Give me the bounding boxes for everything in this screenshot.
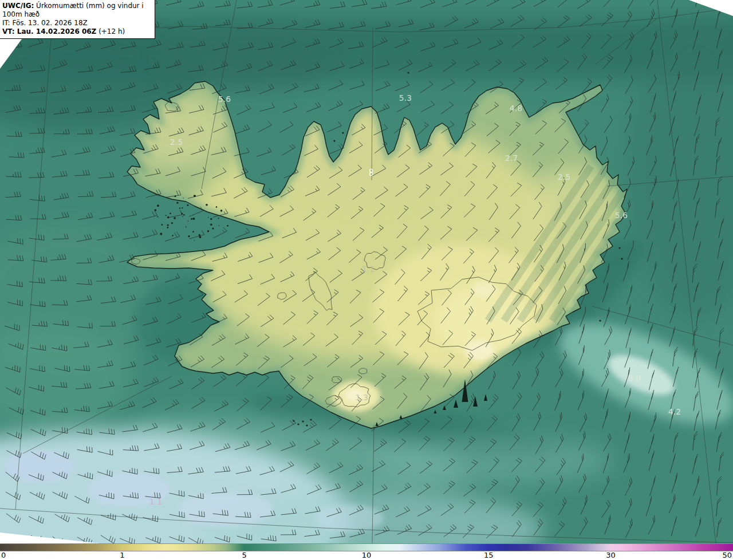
- colorbar-tick: 10: [362, 551, 372, 559]
- colorbar-tick: 0: [1, 551, 6, 559]
- precip-label: 1.1: [362, 265, 375, 274]
- map-area: 5.65.34.82.52.72.55.61.11.38.04.21.1: [0, 0, 733, 543]
- init-time-line: IT: Fös. 13. 02. 2026 18Z: [2, 19, 152, 27]
- precip-label: 4.2: [668, 407, 681, 416]
- weather-map-screen: 5.65.34.82.52.72.55.61.11.38.04.21.1 UWC…: [0, 0, 733, 560]
- valid-time: VT: Lau. 14.02.2026 06Z: [2, 27, 96, 36]
- precip-label: 2.5: [558, 172, 570, 182]
- precip-label: 2.7: [505, 153, 518, 163]
- precip-label: 4.8: [510, 104, 522, 113]
- colorbar-tick-labels: 01510153050: [0, 551, 733, 560]
- precip-label: 5.3: [399, 93, 412, 102]
- precip-label: 1.3: [356, 393, 368, 402]
- precipitation-wind-map: 5.65.34.82.52.72.55.61.11.38.04.21.1: [0, 0, 733, 543]
- colorbar-tick: 5: [242, 551, 246, 559]
- product-line: UWC/IG: Úrkomumætti (mm) og vindur i 100…: [2, 2, 152, 19]
- colorbar-tick: 50: [722, 551, 732, 559]
- valid-time-offset: (+12 h): [96, 27, 125, 36]
- colorbar-tick: 30: [606, 551, 616, 559]
- precip-colorbar: [0, 543, 733, 551]
- title-box: UWC/IG: Úrkomumætti (mm) og vindur i 100…: [0, 0, 155, 39]
- precip-label: 5.6: [218, 94, 231, 104]
- product-label: UWC/IG:: [2, 2, 34, 10]
- colorbar-tick: 15: [484, 551, 494, 559]
- valid-time-line: VT: Lau. 14.02.2026 06Z (+12 h): [2, 27, 152, 36]
- precip-label: 1.1: [149, 497, 162, 506]
- precip-label: 5.6: [615, 211, 628, 220]
- precip-label: 2.5: [170, 137, 183, 147]
- colorbar-tick: 1: [120, 551, 124, 559]
- precip-label: 8.0: [628, 373, 641, 382]
